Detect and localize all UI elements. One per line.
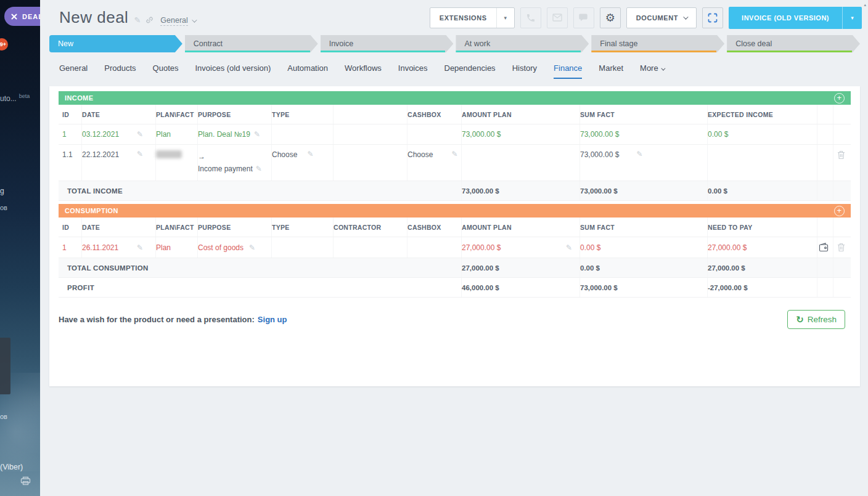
cell-purpose: Cost of goods <box>198 243 244 252</box>
tab-workflows[interactable]: Workflows <box>345 63 382 79</box>
col-sum-fact: SUM FACT <box>580 218 708 237</box>
total-amount-plan: 73,000.00 $ <box>462 181 580 200</box>
col-amount-plan: AMOUNT PLAN <box>462 218 580 237</box>
stage-label: New <box>58 39 73 48</box>
beta-tag: beta <box>19 93 30 99</box>
tab-more[interactable]: More <box>640 63 664 79</box>
edit-icon[interactable] <box>137 150 143 158</box>
stage-new[interactable]: New <box>49 35 182 52</box>
sidebar: DEAL 9+ uto...beta g ов ов (Viber) <box>0 0 40 496</box>
edit-icon[interactable] <box>137 244 143 251</box>
consumption-total-row: TOTAL CONSUMPTION 27,000.00 $ 0.00 $ 27,… <box>59 258 851 278</box>
profit-need-to-pay: -27,000.00 $ <box>708 278 817 297</box>
invoice-dropdown-button[interactable] <box>842 7 862 29</box>
stage-at-work[interactable]: At work <box>456 35 589 52</box>
tab-invoices-old-version[interactable]: Invoices (old version) <box>195 63 271 79</box>
col-purpose: PURPOSE <box>198 105 272 124</box>
tab-quotes[interactable]: Quotes <box>153 63 179 79</box>
notification-badge[interactable]: 9+ <box>0 38 8 51</box>
col-date: DATE <box>82 218 156 237</box>
cell-sum-fact: 73,000.00 $ <box>580 124 708 144</box>
edit-icon[interactable] <box>566 244 572 251</box>
total-sum-fact: 73,000.00 $ <box>580 181 708 200</box>
chat-button[interactable] <box>573 7 594 28</box>
type-chooser[interactable]: Choose <box>272 150 297 159</box>
income-header-row: ID DATE PLAN\FACT PURPOSE TYPE CASHBOX A… <box>59 105 851 124</box>
edit-icon[interactable] <box>249 244 255 251</box>
cashbox-button[interactable] <box>819 243 829 252</box>
gear-icon: ⚙ <box>605 12 615 23</box>
sidebar-item-viber[interactable]: (Viber) <box>0 463 23 471</box>
cashbox-chooser[interactable]: Choose <box>407 150 433 159</box>
tab-invoices[interactable]: Invoices <box>398 63 428 79</box>
col-date: DATE <box>82 105 156 124</box>
printer-icon[interactable] <box>20 476 31 486</box>
close-icon[interactable] <box>11 14 17 20</box>
cell-purpose: Income payment <box>198 165 253 173</box>
email-button[interactable] <box>547 7 568 28</box>
col-cashbox: CASHBOX <box>407 218 462 237</box>
sidebar-item-marketing[interactable]: g <box>0 187 4 195</box>
income-total-row: TOTAL INCOME 73,000.00 $ 73,000.00 $ 0.0… <box>59 181 851 201</box>
add-consumption-button[interactable] <box>834 206 845 216</box>
stage-label: At work <box>464 39 490 48</box>
signup-link[interactable]: Sign up <box>258 315 287 324</box>
stage-close-deal[interactable]: Close deal <box>727 35 860 52</box>
profit-sum-fact: 73,000.00 $ <box>580 278 708 297</box>
add-income-button[interactable] <box>834 93 845 104</box>
redacted-text <box>156 150 182 158</box>
cell-amount-plan: 27,000.00 $ <box>462 243 501 252</box>
total-consumption-label: TOTAL CONSUMPTION <box>59 258 462 277</box>
envelope-icon <box>552 14 562 22</box>
open-slider-button[interactable] <box>702 7 723 28</box>
col-cashbox: CASHBOX <box>407 105 462 124</box>
tab-history[interactable]: History <box>512 63 537 79</box>
edit-icon[interactable] <box>256 165 262 173</box>
settings-button[interactable]: ⚙ <box>600 7 621 28</box>
consumption-section-bar: CONSUMPTION <box>59 204 851 218</box>
col-type: TYPE <box>272 105 334 124</box>
deal-pill[interactable]: DEAL <box>4 7 40 26</box>
delete-button[interactable] <box>837 150 845 160</box>
col-expected-income: EXPECTED INCOME <box>708 105 817 124</box>
extensions-dropdown-button[interactable] <box>496 8 514 28</box>
finance-footer: Have a wish for the product or need a pr… <box>59 310 851 329</box>
cell-need-to-pay: 27,000.00 $ <box>708 237 817 258</box>
sidebar-item-1[interactable]: ов <box>0 204 7 211</box>
total-sum-fact: 0.00 $ <box>580 258 708 277</box>
stage-contract[interactable]: Contract <box>185 35 318 52</box>
wallet-icon <box>819 243 829 252</box>
income-section-bar: INCOME <box>59 91 851 105</box>
tab-market[interactable]: Market <box>599 63 623 79</box>
edit-title-icon[interactable] <box>134 16 141 24</box>
cell-id: 1 <box>59 124 82 144</box>
tab-general[interactable]: General <box>59 63 88 79</box>
refresh-button[interactable]: Refresh <box>787 310 845 329</box>
scrollbar-up-arrow[interactable] <box>864 2 866 7</box>
document-button[interactable]: DOCUMENT <box>626 7 697 28</box>
edit-icon[interactable] <box>636 150 642 158</box>
delete-button[interactable] <box>837 243 845 252</box>
extensions-button[interactable]: EXTENSIONS <box>430 7 515 28</box>
trash-icon <box>837 243 845 252</box>
category-selector[interactable]: General <box>160 16 195 26</box>
tab-finance[interactable]: Finance <box>554 63 582 79</box>
cell-date: 22.12.2021 <box>82 150 119 159</box>
edit-icon[interactable] <box>451 150 457 158</box>
stage-invoice[interactable]: Invoice <box>321 35 454 52</box>
consumption-row-cost: 1 26.11.2021 Plan Cost of goods 27,000.0… <box>59 237 851 258</box>
edit-icon[interactable] <box>137 131 143 138</box>
link-icon[interactable] <box>145 15 154 25</box>
tab-automation[interactable]: Automation <box>287 63 328 79</box>
call-button[interactable] <box>520 7 541 28</box>
tab-products[interactable]: Products <box>104 63 136 79</box>
tab-dependencies[interactable]: Dependencies <box>444 63 496 79</box>
invoice-old-version-button[interactable]: INVOICE (OLD VERSION) <box>729 7 862 29</box>
stage-final-stage[interactable]: Final stage <box>591 35 724 52</box>
cell-planfact: Plan <box>156 124 198 144</box>
edit-icon[interactable] <box>254 131 260 138</box>
sidebar-item-automation[interactable]: uto...beta <box>0 93 30 103</box>
finance-panel: INCOME ID DATE PLAN\FACT PURPOSE TYPE CA… <box>49 86 860 386</box>
edit-icon[interactable] <box>307 150 313 158</box>
sidebar-item-2[interactable]: ов <box>0 413 7 420</box>
